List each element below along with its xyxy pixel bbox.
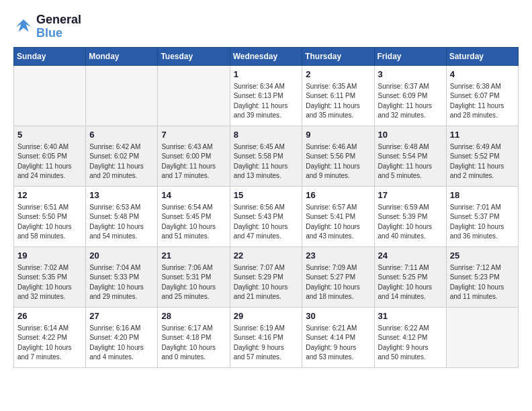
day-info: Sunrise: 6:57 AMSunset: 5:41 PMDaylight:… — [306, 203, 370, 242]
day-info: Sunrise: 7:04 AMSunset: 5:33 PMDaylight:… — [89, 263, 154, 302]
day-number: 16 — [306, 189, 370, 201]
day-info: Sunrise: 6:54 AMSunset: 5:45 PMDaylight:… — [161, 203, 226, 242]
svg-marker-0 — [16, 19, 32, 32]
day-header-monday: Monday — [86, 47, 158, 65]
calendar-week-row: 19Sunrise: 7:02 AMSunset: 5:35 PMDayligh… — [14, 246, 519, 307]
calendar-cell: 20Sunrise: 7:04 AMSunset: 5:33 PMDayligh… — [86, 246, 158, 307]
calendar-cell: 11Sunrise: 6:49 AMSunset: 5:52 PMDayligh… — [446, 126, 518, 186]
calendar-week-row: 12Sunrise: 6:51 AMSunset: 5:50 PMDayligh… — [14, 186, 519, 246]
day-header-sunday: Sunday — [14, 47, 86, 65]
day-number: 24 — [378, 250, 443, 262]
day-info: Sunrise: 7:07 AMSunset: 5:29 PMDaylight:… — [234, 263, 299, 302]
day-number: 1 — [234, 68, 299, 81]
day-header-saturday: Saturday — [446, 47, 518, 65]
calendar-cell: 14Sunrise: 6:54 AMSunset: 5:45 PMDayligh… — [158, 186, 230, 246]
calendar-cell: 25Sunrise: 7:12 AMSunset: 5:23 PMDayligh… — [446, 246, 518, 307]
day-header-wednesday: Wednesday — [230, 47, 302, 65]
calendar-cell: 8Sunrise: 6:45 AMSunset: 5:58 PMDaylight… — [230, 126, 302, 186]
day-info: Sunrise: 6:22 AMSunset: 4:12 PMDaylight:… — [378, 324, 443, 363]
calendar-cell: 27Sunrise: 6:16 AMSunset: 4:20 PMDayligh… — [86, 307, 158, 367]
calendar-cell — [14, 65, 86, 126]
day-info: Sunrise: 7:12 AMSunset: 5:23 PMDaylight:… — [450, 263, 515, 302]
logo-icon — [13, 17, 34, 37]
calendar-cell: 16Sunrise: 6:57 AMSunset: 5:41 PMDayligh… — [302, 186, 374, 246]
calendar-cell: 12Sunrise: 6:51 AMSunset: 5:50 PMDayligh… — [14, 186, 86, 246]
day-number: 19 — [17, 250, 82, 262]
calendar-cell: 3Sunrise: 6:37 AMSunset: 6:09 PMDaylight… — [374, 65, 446, 126]
day-number: 28 — [161, 310, 226, 322]
day-info: Sunrise: 6:35 AMSunset: 6:11 PMDaylight:… — [306, 82, 370, 121]
page-header: General Blue — [13, 13, 519, 40]
calendar-cell: 22Sunrise: 7:07 AMSunset: 5:29 PMDayligh… — [230, 246, 302, 307]
day-info: Sunrise: 7:01 AMSunset: 5:37 PMDaylight:… — [450, 203, 515, 242]
day-info: Sunrise: 6:19 AMSunset: 4:16 PMDaylight:… — [234, 324, 299, 363]
day-info: Sunrise: 6:46 AMSunset: 5:56 PMDaylight:… — [306, 142, 370, 181]
day-number: 6 — [89, 129, 154, 141]
calendar-week-row: 5Sunrise: 6:40 AMSunset: 6:05 PMDaylight… — [14, 126, 519, 186]
calendar-cell: 21Sunrise: 7:06 AMSunset: 5:31 PMDayligh… — [158, 246, 230, 307]
day-info: Sunrise: 6:17 AMSunset: 4:18 PMDaylight:… — [161, 324, 226, 363]
day-info: Sunrise: 6:42 AMSunset: 6:02 PMDaylight:… — [89, 142, 154, 181]
day-number: 18 — [450, 189, 515, 201]
day-info: Sunrise: 6:59 AMSunset: 5:39 PMDaylight:… — [378, 203, 443, 242]
calendar-cell: 30Sunrise: 6:21 AMSunset: 4:14 PMDayligh… — [302, 307, 374, 367]
calendar-cell: 19Sunrise: 7:02 AMSunset: 5:35 PMDayligh… — [14, 246, 86, 307]
logo-text: General Blue — [36, 13, 81, 40]
calendar-cell: 4Sunrise: 6:38 AMSunset: 6:07 PMDaylight… — [446, 65, 518, 126]
calendar-table: SundayMondayTuesdayWednesdayThursdayFrid… — [13, 47, 519, 368]
logo: General Blue — [13, 13, 81, 40]
calendar-cell: 26Sunrise: 6:14 AMSunset: 4:22 PMDayligh… — [14, 307, 86, 367]
day-number: 22 — [234, 250, 299, 262]
calendar-cell: 23Sunrise: 7:09 AMSunset: 5:27 PMDayligh… — [302, 246, 374, 307]
calendar-week-row: 1Sunrise: 6:34 AMSunset: 6:13 PMDaylight… — [14, 65, 519, 126]
day-info: Sunrise: 6:14 AMSunset: 4:22 PMDaylight:… — [17, 324, 82, 363]
day-info: Sunrise: 6:53 AMSunset: 5:48 PMDaylight:… — [89, 203, 154, 242]
calendar-cell — [446, 307, 518, 367]
calendar-week-row: 26Sunrise: 6:14 AMSunset: 4:22 PMDayligh… — [14, 307, 519, 367]
calendar-cell: 10Sunrise: 6:48 AMSunset: 5:54 PMDayligh… — [374, 126, 446, 186]
calendar-cell — [86, 65, 158, 126]
calendar-cell: 18Sunrise: 7:01 AMSunset: 5:37 PMDayligh… — [446, 186, 518, 246]
day-number: 12 — [17, 189, 82, 201]
calendar-cell: 1Sunrise: 6:34 AMSunset: 6:13 PMDaylight… — [230, 65, 302, 126]
day-number: 7 — [161, 129, 226, 141]
calendar-cell: 7Sunrise: 6:43 AMSunset: 6:00 PMDaylight… — [158, 126, 230, 186]
calendar-cell: 17Sunrise: 6:59 AMSunset: 5:39 PMDayligh… — [374, 186, 446, 246]
calendar-cell: 24Sunrise: 7:11 AMSunset: 5:25 PMDayligh… — [374, 246, 446, 307]
day-number: 25 — [450, 250, 515, 262]
day-info: Sunrise: 6:37 AMSunset: 6:09 PMDaylight:… — [378, 82, 443, 121]
day-number: 14 — [161, 189, 226, 201]
day-number: 8 — [234, 129, 299, 141]
day-header-friday: Friday — [374, 47, 446, 65]
day-number: 2 — [306, 68, 370, 81]
calendar-cell: 2Sunrise: 6:35 AMSunset: 6:11 PMDaylight… — [302, 65, 374, 126]
day-number: 31 — [378, 310, 443, 322]
day-number: 26 — [17, 310, 82, 322]
day-info: Sunrise: 6:43 AMSunset: 6:00 PMDaylight:… — [161, 142, 226, 181]
day-info: Sunrise: 6:16 AMSunset: 4:20 PMDaylight:… — [89, 324, 154, 363]
calendar-cell: 5Sunrise: 6:40 AMSunset: 6:05 PMDaylight… — [14, 126, 86, 186]
day-info: Sunrise: 6:38 AMSunset: 6:07 PMDaylight:… — [450, 82, 515, 121]
day-number: 11 — [450, 129, 515, 141]
day-number: 4 — [450, 68, 515, 81]
calendar-cell: 9Sunrise: 6:46 AMSunset: 5:56 PMDaylight… — [302, 126, 374, 186]
day-header-tuesday: Tuesday — [158, 47, 230, 65]
day-info: Sunrise: 6:21 AMSunset: 4:14 PMDaylight:… — [306, 324, 370, 363]
day-info: Sunrise: 7:09 AMSunset: 5:27 PMDaylight:… — [306, 263, 370, 302]
day-number: 13 — [89, 189, 154, 201]
calendar-header-row: SundayMondayTuesdayWednesdayThursdayFrid… — [14, 47, 519, 65]
calendar-cell: 13Sunrise: 6:53 AMSunset: 5:48 PMDayligh… — [86, 186, 158, 246]
day-info: Sunrise: 6:40 AMSunset: 6:05 PMDaylight:… — [17, 142, 82, 181]
day-number: 9 — [306, 129, 370, 141]
day-number: 5 — [17, 129, 82, 141]
calendar-cell: 29Sunrise: 6:19 AMSunset: 4:16 PMDayligh… — [230, 307, 302, 367]
day-info: Sunrise: 6:34 AMSunset: 6:13 PMDaylight:… — [234, 82, 299, 121]
day-number: 30 — [306, 310, 370, 322]
day-info: Sunrise: 6:51 AMSunset: 5:50 PMDaylight:… — [17, 203, 82, 242]
day-info: Sunrise: 6:48 AMSunset: 5:54 PMDaylight:… — [378, 142, 443, 181]
day-header-thursday: Thursday — [302, 47, 374, 65]
day-number: 23 — [306, 250, 370, 262]
day-number: 20 — [89, 250, 154, 262]
day-info: Sunrise: 6:45 AMSunset: 5:58 PMDaylight:… — [234, 142, 299, 181]
calendar-cell — [158, 65, 230, 126]
